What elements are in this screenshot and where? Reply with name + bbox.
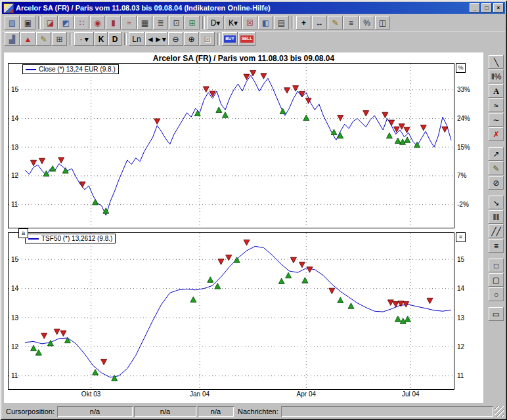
d-period-dropdown[interactable]: D▾ <box>207 16 224 30</box>
y-right-label: 14 <box>457 285 465 292</box>
pencil-button[interactable]: ✎ <box>328 16 343 30</box>
pencil-lines-tool[interactable]: ✎ <box>489 161 504 175</box>
chart-toolbar: ▟▲✎⊞· ▾KDLn◄►▾⊖⊕⊡BUYSELL <box>2 32 505 47</box>
percent-scale-button[interactable]: % <box>359 16 374 30</box>
buy-button[interactable]: BUY <box>222 32 238 46</box>
report-button-icon: ≣ <box>157 19 164 27</box>
monitor-button[interactable]: ⊡ <box>169 16 184 30</box>
chart-wizard-button[interactable]: ▧ <box>5 16 20 30</box>
x-axis-label: Jul 04 <box>402 390 420 398</box>
vertical-hatch-tool[interactable]: ‖‖ <box>489 210 504 224</box>
buy-button-icon: BUY <box>224 35 236 43</box>
resize-arrow-tool[interactable]: ↘ <box>489 196 504 209</box>
freehand-tool[interactable]: ≈ <box>489 98 504 112</box>
trend-pointer-tool[interactable]: ↗ <box>489 147 504 161</box>
pane-menu-button[interactable]: ≡ <box>456 232 466 242</box>
minimize-button[interactable]: _ <box>470 3 480 12</box>
windows-button[interactable]: ⊞ <box>52 32 67 46</box>
period-dots-dropdown[interactable]: · ▾ <box>74 32 94 46</box>
y-right-label: -2% <box>457 201 469 208</box>
speed-lines-tool[interactable]: ≡ <box>489 239 504 253</box>
text-tool[interactable]: A <box>489 84 504 98</box>
trendline-tool[interactable]: ╲ <box>489 55 504 69</box>
fan-lines-tool-icon: ╱╱ <box>491 228 500 236</box>
toolbar-separator <box>70 33 72 45</box>
close-button[interactable]: × <box>493 3 504 12</box>
speed-lines-tool-icon: ≡ <box>494 242 498 250</box>
pane-label-button[interactable]: a <box>18 228 28 238</box>
app-icon[interactable] <box>3 3 14 13</box>
copy-chart-button[interactable]: ▣ <box>20 16 35 30</box>
zoom-window-button[interactable]: ⊡ <box>200 32 215 46</box>
dual-pane-button[interactable]: ◫ <box>375 16 390 30</box>
zoom-window-button-icon: ⊡ <box>204 35 210 43</box>
ellipse-tool[interactable]: ○ <box>489 287 504 301</box>
scatter-button[interactable]: ∷ <box>74 16 89 30</box>
small-rect-tool[interactable]: ▭ <box>489 307 504 321</box>
zoom-out-button[interactable]: ⊖ <box>168 32 183 46</box>
zoom-out-button-icon: ⊖ <box>172 35 179 43</box>
ln-scale-button[interactable]: Ln <box>129 32 144 46</box>
chart-delete-button[interactable]: ☒ <box>242 16 257 30</box>
small-chart-blue-button[interactable]: ◩ <box>58 16 74 30</box>
x-axis-label: Jan 04 <box>190 390 209 398</box>
signals-button[interactable]: ▲ <box>20 32 35 46</box>
quote-table-button-icon: ▦ <box>141 19 148 27</box>
price-chart-pane[interactable]: 1533%1424%1315%127%11-2% <box>8 63 479 228</box>
magnify-chart-button[interactable]: ◉ <box>90 16 105 30</box>
delete-drawing-tool[interactable]: ✗ <box>489 127 504 141</box>
maximize-button[interactable]: □ <box>481 3 492 12</box>
quote-table-button[interactable]: ▦ <box>137 16 152 30</box>
dual-pane-button-icon: ◫ <box>379 19 386 27</box>
rounded-rectangle-tool[interactable]: ▢ <box>489 273 504 287</box>
move-button[interactable]: ↔ <box>312 16 327 30</box>
area-chart-button[interactable]: ▟ <box>5 32 20 46</box>
monitor-green-button[interactable]: ⊞ <box>185 16 200 30</box>
rectangle-tool[interactable]: □ <box>489 259 504 272</box>
candle-k-button[interactable]: K <box>95 32 108 46</box>
y-right-label: 12 <box>457 343 465 350</box>
indicator-legend[interactable]: TSF50 (*) 13,2612 (9.8.) <box>25 234 116 243</box>
percent-channel-tool[interactable]: ‖% <box>489 70 504 83</box>
cursor-x-box: n/a <box>57 406 133 417</box>
zoom-in-button[interactable]: ⊕ <box>184 32 199 46</box>
chart-wizard-button-icon: ▧ <box>9 19 16 27</box>
k-period-dropdown-icon: K▾ <box>229 19 238 27</box>
fan-lines-tool[interactable]: ╱╱ <box>489 224 504 238</box>
resize-grip[interactable] <box>495 406 504 417</box>
percent-axis-button[interactable]: % <box>456 63 466 73</box>
sell-button[interactable]: SELL <box>238 32 255 46</box>
percent-channel-tool-icon: ‖% <box>491 73 502 81</box>
crosshair-button[interactable]: + <box>296 16 311 30</box>
main-toolbar: ▧▣◪◩∷◉▮≈▦≣⊡⊞D▾K▾☒◧▤+↔✎≡%◫ <box>2 14 505 32</box>
rectangle-tool-icon: □ <box>494 262 498 270</box>
curve-tool[interactable]: ∼ <box>489 113 504 127</box>
layout-button[interactable]: ◧ <box>258 16 273 30</box>
cursor-position-label: Cursorposition: <box>3 408 57 415</box>
small-chart-red-button[interactable]: ◪ <box>43 16 58 30</box>
histogram-button-icon: ▮ <box>111 19 116 27</box>
candle-d-button[interactable]: D <box>108 32 121 46</box>
y-tick-label: 15 <box>11 86 19 93</box>
rounded-rectangle-tool-icon: ▢ <box>493 276 500 284</box>
draw-wand-button[interactable]: ✎ <box>36 32 51 46</box>
line-chart-button[interactable]: ≈ <box>121 16 137 30</box>
small-chart-red-button-icon: ◪ <box>47 19 54 27</box>
monitor-button-icon: ⊡ <box>173 19 179 27</box>
move-button-icon: ↔ <box>316 19 324 27</box>
k-period-dropdown[interactable]: K▾ <box>225 16 242 30</box>
report-button[interactable]: ≣ <box>153 16 168 30</box>
zoom-in-button-icon: ⊕ <box>188 35 194 43</box>
price-legend[interactable]: Close (*) 13,24 EUR (9.8.) <box>22 64 119 74</box>
y-tick-label: 11 <box>11 201 18 208</box>
histogram-button[interactable]: ▮ <box>106 16 121 30</box>
sheet-button[interactable]: ▤ <box>274 16 289 30</box>
indicator-chart-pane[interactable]: 15151414131312121111 <box>8 232 479 390</box>
candle-d-button-icon: D <box>112 35 118 43</box>
pencil-circle-tool[interactable]: ⊘ <box>489 176 504 190</box>
percent-scale-button-icon: % <box>363 19 370 27</box>
scroll-dropdown[interactable]: ◄►▾ <box>145 32 167 46</box>
title-bar[interactable]: Arcelor SA (FR) / Paris vom 11.08.03 bis… <box>2 2 505 14</box>
notes-button[interactable]: ≡ <box>343 16 359 30</box>
pencil-button-icon: ✎ <box>332 19 338 27</box>
